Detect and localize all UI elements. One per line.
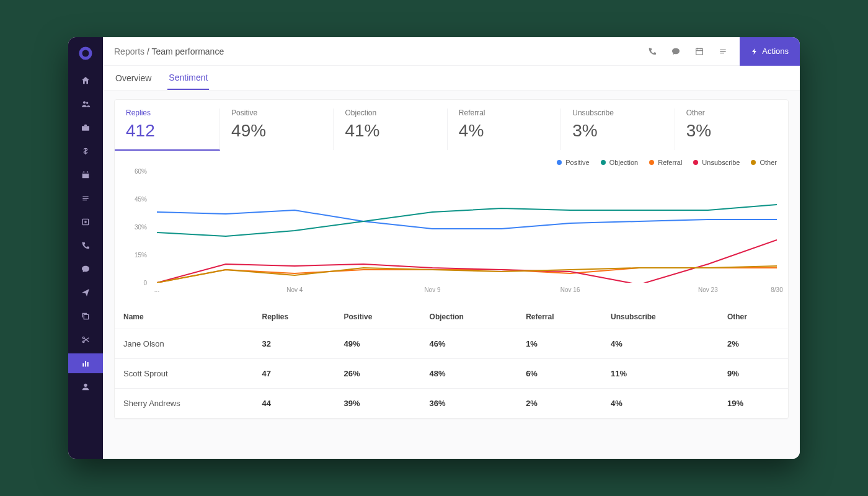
legend-item[interactable]: Other (751, 159, 777, 166)
calendar-icon[interactable] (694, 46, 705, 57)
nav-reports[interactable] (68, 353, 103, 373)
nav-calendar[interactable] (68, 165, 103, 185)
settings-icon[interactable] (717, 46, 728, 57)
sentiment-chart: 015%30%45%60% ...Nov 4Nov 9Nov 16Nov 238… (126, 171, 777, 301)
col-replies[interactable]: Replies (254, 305, 335, 329)
tabs: Overview Sentiment (103, 66, 800, 91)
bolt-icon (751, 48, 758, 55)
legend-item[interactable]: Objection (601, 159, 638, 166)
tab-sentiment[interactable]: Sentiment (167, 66, 209, 90)
metric-label: Referral (459, 108, 549, 117)
table-cell: 2% (719, 329, 788, 359)
table-cell: 44 (254, 389, 335, 418)
topbar-icons (647, 46, 728, 57)
x-tick: Nov 9 (424, 286, 440, 293)
col-objection[interactable]: Objection (421, 305, 518, 329)
sidebar (68, 37, 103, 459)
nav-people[interactable] (68, 94, 103, 114)
metric-label: Other (686, 108, 777, 117)
x-tick: Nov 16 (560, 286, 580, 293)
table-cell: Sherry Andrews (115, 389, 254, 418)
table-cell: Jane Olson (115, 329, 254, 359)
table-cell: 39% (335, 389, 420, 418)
breadcrumb-current: Team performance (151, 46, 224, 56)
breadcrumb-parent[interactable]: Reports (114, 46, 144, 56)
metric-value: 3% (686, 121, 777, 141)
x-tick: ... (154, 286, 159, 293)
y-tick: 0 (143, 280, 147, 286)
table-header-row: NameRepliesPositiveObjectionReferralUnsu… (115, 305, 788, 329)
nav-home[interactable] (68, 71, 103, 91)
metric-value: 41% (345, 121, 435, 141)
col-name[interactable]: Name (115, 305, 254, 329)
table-cell: Scott Sprout (115, 359, 254, 389)
topbar: Reports / Team performance Actions (103, 37, 800, 66)
y-tick: 45% (135, 196, 147, 203)
table-cell: 6% (517, 359, 602, 389)
report-card: Replies 412Positive 49%Objection 41%Refe… (114, 99, 789, 419)
nav-send[interactable] (68, 283, 103, 303)
table-row[interactable]: Jane Olson3249%46%1%4%2% (115, 329, 788, 359)
svg-rect-14 (696, 48, 703, 55)
legend-item[interactable]: Unsubscribe (693, 159, 740, 166)
svg-rect-3 (82, 126, 89, 130)
metric-value: 4% (459, 121, 549, 141)
nav-chat[interactable] (68, 259, 103, 279)
table-cell: 48% (421, 359, 518, 389)
legend-dot (601, 160, 606, 165)
nav-phone[interactable] (68, 236, 103, 255)
svg-rect-7 (84, 314, 88, 319)
phone-icon[interactable] (647, 46, 658, 57)
x-tick: Nov 23 (698, 286, 718, 293)
nav-list[interactable] (68, 188, 103, 208)
metric-referral[interactable]: Referral 4% (448, 108, 561, 150)
metric-unsubscribe[interactable]: Unsubscribe 3% (561, 108, 675, 150)
nav-profile[interactable] (68, 377, 103, 397)
col-other[interactable]: Other (719, 305, 788, 329)
table-cell: 32 (254, 329, 335, 359)
svg-rect-11 (85, 361, 86, 366)
col-referral[interactable]: Referral (517, 305, 602, 329)
legend-item[interactable]: Positive (557, 159, 590, 166)
metric-replies[interactable]: Replies 412 (115, 108, 220, 151)
table-row[interactable]: Sherry Andrews4439%36%2%4%19% (115, 389, 788, 418)
metric-other[interactable]: Other 3% (675, 108, 788, 150)
legend-dot (693, 160, 698, 165)
table-cell: 46% (421, 329, 518, 359)
table-cell: 2% (517, 389, 602, 418)
col-unsubscribe[interactable]: Unsubscribe (602, 305, 719, 329)
breadcrumb: Reports / Team performance (114, 46, 224, 56)
table-cell: 4% (602, 389, 719, 418)
y-tick: 15% (135, 252, 147, 259)
svg-point-2 (86, 102, 88, 104)
chart-line-unsubscribe (157, 240, 777, 283)
table-cell: 11% (602, 359, 719, 389)
chart-plot (157, 171, 777, 283)
table-cell: 36% (421, 389, 518, 418)
nav-dollar[interactable] (68, 141, 103, 161)
nav-briefcase[interactable] (68, 118, 103, 138)
svg-point-13 (84, 384, 87, 387)
legend-dot (649, 160, 654, 165)
svg-point-8 (82, 337, 84, 339)
table-cell: 19% (719, 389, 788, 418)
legend-item[interactable]: Referral (649, 159, 682, 166)
metric-label: Unsubscribe (572, 108, 663, 117)
y-tick: 60% (135, 168, 147, 175)
y-tick: 30% (135, 224, 147, 231)
svg-point-1 (83, 101, 86, 104)
nav-add-box[interactable] (68, 212, 103, 232)
table-row[interactable]: Scott Sprout4726%48%6%11%9% (115, 359, 788, 389)
svg-rect-12 (87, 362, 89, 366)
col-positive[interactable]: Positive (335, 305, 420, 329)
nav-copy[interactable] (68, 306, 103, 326)
svg-point-0 (81, 48, 91, 58)
metric-positive[interactable]: Positive 49% (220, 108, 334, 150)
content: Replies 412Positive 49%Objection 41%Refe… (103, 91, 800, 459)
nav-scissors[interactable] (68, 330, 103, 350)
actions-button[interactable]: Actions (740, 37, 800, 66)
metric-objection[interactable]: Objection 41% (334, 108, 447, 150)
app-frame: Reports / Team performance Actions Overv… (68, 37, 800, 459)
chat-icon[interactable] (670, 46, 681, 57)
tab-overview[interactable]: Overview (114, 67, 153, 89)
